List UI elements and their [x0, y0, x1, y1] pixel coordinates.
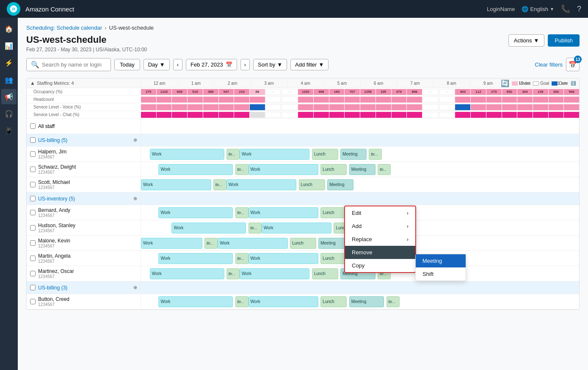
context-submenu: Meeting Shift — [415, 254, 466, 281]
breadcrumb-separator: › — [105, 25, 106, 31]
context-menu-copy[interactable]: Copy — [345, 259, 415, 272]
submenu-shift[interactable]: Shift — [416, 267, 466, 281]
shift-lunch-b1[interactable]: Lunch — [320, 207, 347, 218]
shift-break-s2[interactable]: Br... — [378, 164, 391, 175]
shift-break-b1[interactable]: Br... — [235, 207, 248, 218]
agent-schwarz-checkbox[interactable] — [30, 167, 36, 172]
sidebar-item-users[interactable]: 👥 — [1, 72, 17, 87]
shift-meeting-s1[interactable]: Meeting — [349, 164, 375, 175]
shift-work-bu1[interactable]: Work — [158, 296, 233, 307]
shift-break-bu1[interactable]: Br... — [235, 296, 248, 307]
publish-button[interactable]: Publish — [548, 34, 580, 47]
prev-button[interactable]: ‹ — [173, 59, 182, 70]
agent-schwarz-timeline[interactable]: Work Br... Work Lunch Meeting Br... — [141, 162, 579, 177]
shift-work-mz2[interactable]: Work — [240, 268, 310, 279]
today-button[interactable]: Today — [114, 59, 140, 70]
shift-break-2[interactable]: Br... — [369, 149, 382, 160]
context-menu-edit[interactable]: Edit › — [345, 206, 415, 220]
shift-work-mz1[interactable]: Work — [150, 268, 224, 279]
all-staff-checkbox[interactable] — [30, 123, 36, 129]
agent-malone-checkbox[interactable] — [30, 240, 36, 246]
sidebar-item-scheduling[interactable]: 📢 — [1, 89, 17, 104]
shift-work-s1[interactable]: Work — [158, 164, 233, 175]
nav-language[interactable]: 🌐 English ▼ — [522, 6, 554, 12]
sidebar-item-queues[interactable]: 🎧 — [1, 106, 17, 121]
clear-filters-button[interactable]: Clear filters — [535, 61, 563, 68]
agent-row-scott: Scott, Michael 1234567 Work Br... Work L… — [27, 177, 579, 192]
agent-scott-checkbox[interactable] — [30, 182, 36, 187]
shift-work-m1[interactable]: Work — [141, 238, 202, 249]
breadcrumb-parent[interactable]: Scheduling: Schedule calendar — [26, 25, 102, 31]
group-row-2: US-inventory (5) ⊕ — [27, 192, 579, 205]
shift-lunch-m1[interactable]: Lunch — [290, 238, 316, 249]
shift-lunch-mz1[interactable]: Lunch — [312, 268, 338, 279]
sidebar-item-phone[interactable]: 📱 — [1, 123, 17, 138]
shift-break-sc1[interactable]: Br... — [213, 179, 226, 190]
shift-lunch-bu1[interactable]: Lunch — [320, 296, 347, 307]
help-icon[interactable]: ? — [577, 5, 581, 14]
agent-button-checkbox[interactable] — [30, 299, 36, 304]
agent-button-timeline[interactable]: Work Br... Work Lunch Meeting Br... — [141, 294, 579, 309]
shift-break-ma1[interactable]: Br... — [235, 253, 248, 264]
agent-bernard-checkbox[interactable] — [30, 210, 36, 215]
context-menu-replace[interactable]: Replace › — [345, 233, 415, 246]
actions-button[interactable]: Actions ▼ — [508, 34, 545, 47]
refresh-icon[interactable]: 🔄 — [501, 79, 509, 87]
agent-scott-timeline[interactable]: Work Br... Work Lunch Meeting — [141, 177, 579, 192]
shift-break-mz1[interactable]: Br... — [226, 268, 240, 279]
shift-work-ma2[interactable]: Work — [248, 253, 319, 264]
add-filter-button[interactable]: Add filter ▼ — [290, 59, 329, 70]
mc — [298, 97, 313, 103]
shift-work-h2[interactable]: Work — [262, 223, 332, 234]
shift-work-b1[interactable]: Work — [158, 207, 233, 218]
agent-martin-checkbox[interactable] — [30, 256, 36, 261]
search-input[interactable] — [42, 61, 106, 68]
metrics-title: ▲ Staffing Metrics: 4 — [27, 78, 141, 88]
next-button[interactable]: › — [240, 59, 250, 70]
shift-break-bu2[interactable]: Br... — [386, 296, 400, 307]
shift-lunch-1[interactable]: Lunch — [312, 149, 338, 160]
sidebar-item-home[interactable]: 🏠 — [1, 21, 17, 36]
shift-break-h1[interactable]: Br... — [248, 223, 262, 234]
shift-meeting-bu1[interactable]: Meeting — [349, 296, 384, 307]
shift-work-s2[interactable]: Work — [248, 164, 319, 175]
group-3-checkbox[interactable] — [30, 285, 36, 290]
shift-lunch-s1[interactable]: Lunch — [320, 164, 347, 175]
group-1-checkbox[interactable] — [30, 137, 36, 143]
shift-work-b2[interactable]: Work — [248, 207, 319, 218]
agent-hudson-checkbox[interactable] — [30, 225, 36, 231]
shift-break-1[interactable]: Br... — [226, 149, 240, 160]
group-2-checkbox[interactable] — [30, 196, 36, 201]
shift-meeting-1[interactable]: Meeting — [340, 149, 367, 160]
shift-break-s1[interactable]: Br... — [235, 164, 248, 175]
agent-martinez-checkbox[interactable] — [30, 271, 36, 276]
shift-work-sc1[interactable]: Work — [141, 179, 211, 190]
chevron-down-icon: ▼ — [277, 61, 282, 68]
context-menu-remove[interactable]: Remove Meeting Shift — [345, 246, 415, 259]
shift-work-bu2[interactable]: Work — [248, 296, 319, 307]
shift-meeting-sc1[interactable]: Meeting — [327, 179, 353, 190]
shift-break-m1[interactable]: Br... — [204, 238, 218, 249]
shift-lunch-sc1[interactable]: Lunch — [299, 179, 325, 190]
shift-work-h1[interactable]: Work — [171, 223, 246, 234]
view-button[interactable]: Day ▼ — [144, 59, 170, 70]
shift-work-1[interactable]: Work — [150, 149, 224, 160]
agent-row-bernard: Bernard, Andy 1234567 Work Br... Work Lu… — [27, 205, 579, 220]
collapse-arrow[interactable]: ▲ — [30, 80, 35, 86]
context-menu-add[interactable]: Add › — [345, 220, 415, 233]
sort-button[interactable]: Sort by ▼ — [253, 59, 287, 70]
globe-icon: 🌐 — [522, 6, 528, 12]
group-1-col: US-billing (5) ⊕ — [27, 134, 141, 146]
agent-halpern-timeline[interactable]: Work Br... Work Lunch Meeting Br... — [141, 147, 579, 161]
submenu-meeting[interactable]: Meeting — [416, 254, 466, 267]
phone-icon[interactable]: 📞 — [561, 4, 570, 14]
shift-lunch-ma1[interactable]: Lunch — [320, 253, 347, 264]
sidebar-item-routing[interactable]: ⚡ — [1, 55, 17, 70]
calendar-badge-button[interactable]: 📅 13 — [566, 58, 580, 71]
sidebar-item-charts[interactable]: 📊 — [1, 38, 17, 53]
shift-work-sc2[interactable]: Work — [226, 179, 297, 190]
agent-halpern-checkbox[interactable] — [30, 151, 36, 157]
shift-work-ma1[interactable]: Work — [158, 253, 233, 264]
shift-work-2[interactable]: Work — [240, 149, 310, 160]
shift-work-m2[interactable]: Work — [218, 238, 288, 249]
